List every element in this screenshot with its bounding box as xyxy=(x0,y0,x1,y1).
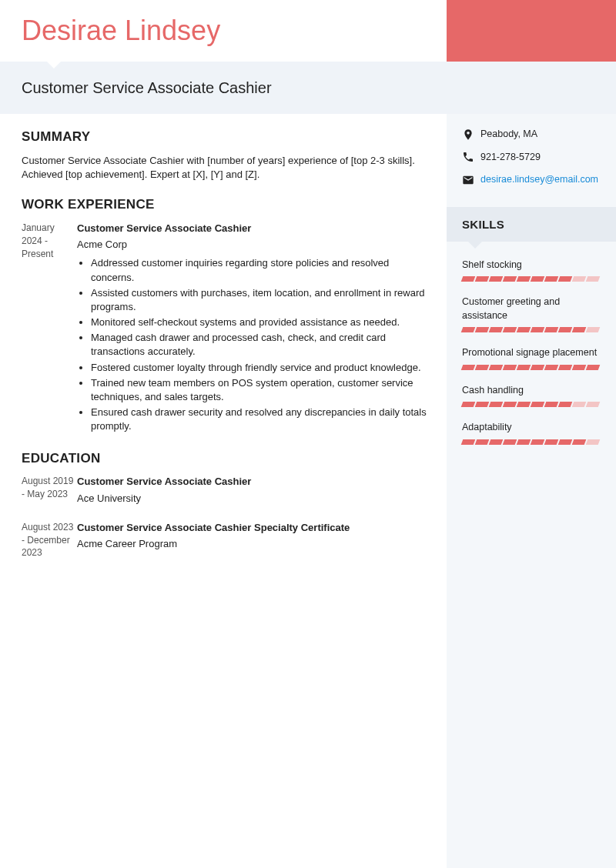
skill-segment xyxy=(489,402,504,407)
skill-segment xyxy=(544,327,559,332)
education-entry: August 2023 - December 2023Customer Serv… xyxy=(22,521,433,559)
skills-heading: SKILLS xyxy=(447,207,616,242)
work-bullet: Trained new team members on POS system o… xyxy=(91,376,433,404)
skill-segment xyxy=(572,365,587,370)
accent-block xyxy=(447,0,616,62)
work-entry: January 2024 - PresentCustomer Service A… xyxy=(22,222,433,436)
skill-segment xyxy=(461,276,476,282)
skill-segment xyxy=(503,402,517,407)
skill-segment xyxy=(503,276,517,282)
summary-text: Customer Service Associate Cashier with … xyxy=(22,154,433,182)
skill-segment xyxy=(489,439,504,445)
education-title: Customer Service Associate Cashier xyxy=(77,475,433,489)
skill-segment xyxy=(531,402,545,407)
skill-item: Cash handling xyxy=(462,384,601,408)
skill-segment xyxy=(544,402,559,407)
skill-segment xyxy=(503,327,517,332)
skill-bar xyxy=(462,327,601,332)
skill-segment xyxy=(517,402,531,407)
skill-segment xyxy=(503,365,517,370)
skill-segment xyxy=(586,276,601,282)
location-icon xyxy=(462,129,474,141)
skill-item: Adaptability xyxy=(462,421,601,445)
education-title: Customer Service Associate Cashier Speci… xyxy=(77,521,433,535)
skill-segment xyxy=(517,276,531,282)
skill-segment xyxy=(558,327,573,332)
skill-segment xyxy=(572,402,587,407)
skill-segment xyxy=(531,439,545,445)
skill-segment xyxy=(461,327,476,332)
skill-segment xyxy=(489,276,504,282)
work-heading: WORK EXPERIENCE xyxy=(22,195,433,214)
skill-segment xyxy=(503,439,517,445)
skill-segment xyxy=(586,327,601,332)
skill-segment xyxy=(572,327,587,332)
summary-heading: SUMMARY xyxy=(22,128,433,146)
skill-segment xyxy=(586,402,601,407)
skills-list: Shelf stockingCustomer greeting and assi… xyxy=(447,242,616,869)
email-link[interactable]: desirae.lindsey@email.com xyxy=(480,173,598,187)
location-row: Peabody, MA xyxy=(462,128,602,142)
education-entry: August 2019 - May 2023Customer Service A… xyxy=(22,475,433,509)
education-org: Acme Career Program xyxy=(77,537,433,551)
skill-segment xyxy=(475,327,490,332)
skill-segment xyxy=(558,365,573,370)
skill-segment xyxy=(461,439,476,445)
skill-segment xyxy=(475,365,490,370)
education-date: August 2023 - December 2023 xyxy=(22,521,77,559)
skill-segment xyxy=(544,365,559,370)
education-heading: EDUCATION xyxy=(22,449,433,468)
skill-segment xyxy=(461,402,476,407)
skill-item: Promotional signage placement xyxy=(462,346,601,370)
skill-bar xyxy=(462,365,601,370)
skill-name: Customer greeting and assistance xyxy=(462,295,601,322)
skill-segment xyxy=(461,365,476,370)
email-icon xyxy=(462,174,474,186)
work-bullet: Fostered customer loyalty through friend… xyxy=(91,361,433,375)
skill-segment xyxy=(558,276,573,282)
job-title: Customer Service Associate Cashier xyxy=(22,79,272,96)
phone-text: 921-278-5729 xyxy=(480,151,541,165)
skill-segment xyxy=(558,439,573,445)
header: Desirae Lindsey xyxy=(0,0,616,62)
education-list: August 2019 - May 2023Customer Service A… xyxy=(22,475,433,559)
skill-segment xyxy=(489,365,504,370)
work-title: Customer Service Associate Cashier xyxy=(77,222,433,235)
sidebar: Peabody, MA 921-278-5729 desirae.lindsey… xyxy=(447,114,616,868)
contact-block: Peabody, MA 921-278-5729 desirae.lindsey… xyxy=(447,114,616,207)
skill-segment xyxy=(586,439,601,445)
skill-segment xyxy=(544,439,559,445)
phone-icon xyxy=(462,151,474,163)
skill-name: Promotional signage placement xyxy=(462,346,601,360)
skill-segment xyxy=(475,402,490,407)
skill-bar xyxy=(462,402,601,407)
skill-name: Adaptability xyxy=(462,421,601,435)
skill-segment xyxy=(572,439,587,445)
skill-bar xyxy=(462,276,601,282)
email-row: desirae.lindsey@email.com xyxy=(462,173,602,187)
work-bullet: Monitored self-checkout systems and prov… xyxy=(91,315,433,329)
work-date: January 2024 - Present xyxy=(22,222,77,436)
job-title-bar: Customer Service Associate Cashier xyxy=(0,62,616,114)
work-list: January 2024 - PresentCustomer Service A… xyxy=(22,222,433,436)
work-org: Acme Corp xyxy=(77,238,433,252)
work-bullet: Addressed customer inquiries regarding s… xyxy=(91,256,433,284)
name-block: Desirae Lindsey xyxy=(0,0,447,62)
skill-bar xyxy=(462,439,601,445)
education-date: August 2019 - May 2023 xyxy=(22,475,77,509)
skill-segment xyxy=(531,327,545,332)
skill-segment xyxy=(517,439,531,445)
work-bullet: Ensured cash drawer security and resolve… xyxy=(91,406,433,433)
skill-segment xyxy=(558,402,573,407)
skill-segment xyxy=(489,327,504,332)
skill-name: Cash handling xyxy=(462,384,601,398)
skill-segment xyxy=(475,439,490,445)
main-column: SUMMARY Customer Service Associate Cashi… xyxy=(0,114,447,868)
skill-segment xyxy=(586,365,601,370)
skill-item: Customer greeting and assistance xyxy=(462,295,601,332)
skill-segment xyxy=(517,327,531,332)
location-text: Peabody, MA xyxy=(480,128,537,142)
skill-segment xyxy=(572,276,587,282)
skill-segment xyxy=(475,276,490,282)
skill-segment xyxy=(544,276,559,282)
